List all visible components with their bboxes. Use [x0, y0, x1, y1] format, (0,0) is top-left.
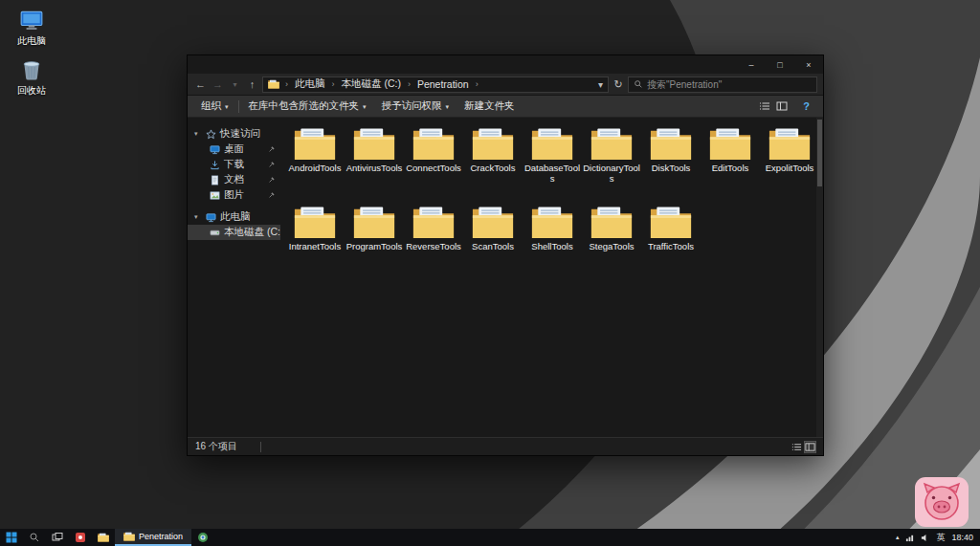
folder-item[interactable]: ScanTools	[463, 206, 523, 282]
folder-label: TrafficTools	[648, 241, 694, 251]
folder-item[interactable]: TrafficTools	[641, 206, 701, 282]
search-icon	[29, 532, 40, 543]
up-button[interactable]: ↑	[245, 76, 259, 93]
taskbar-task-penetration[interactable]: Penetration	[115, 529, 191, 546]
input-language-indicator[interactable]: 英	[936, 532, 945, 544]
sidebar-item-label: 本地磁盘 (C:)	[224, 226, 283, 239]
folder-icon	[590, 206, 633, 239]
folder-label: ReverseTools	[406, 241, 461, 251]
folder-item[interactable]: DatabaseTools	[523, 127, 582, 204]
sidebar-item-documents[interactable]: 文档	[188, 172, 280, 187]
folder-item[interactable]: AntivirusTools	[345, 127, 404, 204]
forward-button[interactable]: →	[211, 76, 225, 93]
breadcrumb-item-penetration[interactable]: Penetration	[416, 78, 470, 90]
folder-item[interactable]: IntranetTools	[285, 206, 345, 282]
folder-grid: AndroidTools AntivirusTools ConnectTools…	[280, 118, 823, 437]
folder-item[interactable]: CrackTools	[463, 127, 523, 204]
browser-button[interactable]	[191, 529, 214, 546]
breadcrumb-item-local-disk[interactable]: 本地磁盘 (C:)	[341, 77, 402, 91]
taskbar-clock[interactable]: 18:40	[951, 533, 973, 542]
give-access-button[interactable]: 授予访问权限 ▾	[374, 96, 457, 117]
chevron-down-icon: ▾	[363, 103, 367, 111]
folder-item[interactable]: ExpolitTools	[760, 127, 819, 204]
minimize-button[interactable]: –	[737, 55, 766, 74]
folder-item[interactable]: DictionaryTools	[582, 127, 641, 204]
organize-button[interactable]: 组织 ▾	[193, 96, 236, 117]
pin-icon	[268, 191, 276, 199]
folder-item[interactable]: StegaTools	[582, 206, 641, 282]
include-in-library-button[interactable]: 在库中包含所选的文件夹 ▾	[241, 96, 374, 117]
folder-icon	[709, 127, 751, 161]
sidebar-item-quick-access[interactable]: ▾ 快速访问	[188, 126, 280, 142]
sidebar-item-downloads[interactable]: 下载	[188, 157, 280, 172]
sidebar-item-pictures[interactable]: 图片	[188, 187, 280, 203]
task-view-icon	[52, 532, 63, 543]
folder-item[interactable]: ConnectTools	[404, 127, 463, 204]
folder-item[interactable]: ReverseTools	[404, 206, 463, 282]
navigation-bar: ← → ▾ ↑ › 此电脑 › 本地磁盘 (C:) › Penetration …	[188, 74, 823, 96]
refresh-button[interactable]: ↻	[612, 78, 625, 91]
breadcrumb-separator: ›	[283, 79, 290, 89]
sidebar: ▾ 快速访问 桌面 下载 文档 图片	[188, 118, 280, 437]
folder-icon	[472, 127, 514, 161]
search-input[interactable]	[647, 79, 812, 90]
folder-icon	[353, 127, 395, 161]
breadcrumb-item-this-pc[interactable]: 此电脑	[294, 77, 326, 91]
sidebar-item-this-pc[interactable]: ▾ 此电脑	[188, 209, 280, 225]
scrollbar[interactable]	[816, 118, 823, 437]
folder-item[interactable]: ProgramTools	[345, 206, 404, 282]
network-icon[interactable]	[905, 534, 914, 542]
folder-label: ConnectTools	[406, 163, 461, 173]
folder-label: DatabaseTools	[523, 163, 582, 184]
sidebar-item-label: 文档	[224, 173, 244, 186]
folder-item[interactable]: DiskTools	[641, 127, 701, 204]
sidebar-item-desktop[interactable]: 桌面	[188, 142, 280, 157]
folder-item[interactable]: EditTools	[701, 127, 760, 204]
address-bar[interactable]: › 此电脑 › 本地磁盘 (C:) › Penetration › ▾	[262, 76, 609, 93]
tray-expand-icon[interactable]: ▴	[896, 534, 900, 541]
task-view-button[interactable]	[46, 529, 69, 546]
disk-icon	[210, 228, 220, 238]
sidebar-item-label: 图片	[224, 188, 244, 202]
folder-label: ScanTools	[472, 241, 514, 251]
chevron-down-icon: ▾	[194, 130, 202, 138]
address-dropdown-icon[interactable]: ▾	[598, 79, 603, 90]
large-icons-view-icon[interactable]	[776, 100, 788, 112]
folder-item[interactable]: ShellTools	[523, 206, 582, 282]
folder-item[interactable]: AndroidTools	[285, 127, 345, 204]
folder-label: CrackTools	[471, 163, 516, 173]
desktop-icon-this-pc[interactable]: 此电脑	[6, 8, 57, 48]
back-button[interactable]: ←	[193, 76, 208, 93]
help-button[interactable]: ?	[795, 100, 817, 112]
taskbar-search-button[interactable]	[23, 529, 46, 546]
folder-label: IntranetTools	[289, 241, 341, 251]
folder-icon	[412, 127, 455, 161]
desktop-icon-label: 此电脑	[17, 34, 46, 48]
items-count: 16 个项目	[195, 440, 237, 453]
document-icon	[210, 175, 220, 186]
chevron-down-icon: ▾	[225, 103, 229, 111]
maximize-button[interactable]: □	[766, 55, 794, 74]
large-icons-view-toggle-icon[interactable]	[805, 442, 815, 452]
sidebar-item-label: 桌面	[224, 142, 244, 156]
scrollbar-thumb[interactable]	[817, 120, 822, 186]
breadcrumb-separator: ›	[474, 79, 480, 89]
desktop-icon-recycle-bin[interactable]: 回收站	[6, 57, 57, 98]
new-folder-label: 新建文件夹	[464, 99, 515, 113]
sidebar-item-local-disk-c[interactable]: 本地磁盘 (C:)	[188, 225, 280, 240]
start-button[interactable]	[0, 529, 23, 546]
browser-icon	[197, 532, 209, 543]
new-folder-button[interactable]: 新建文件夹	[457, 96, 523, 117]
details-view-toggle-icon[interactable]	[791, 442, 802, 452]
details-view-icon[interactable]	[759, 100, 770, 112]
recent-locations-button[interactable]: ▾	[228, 76, 242, 93]
this-pc-icon	[19, 8, 44, 33]
pinned-app-button[interactable]	[69, 529, 92, 546]
search-box	[628, 76, 817, 93]
folder-icon	[294, 127, 336, 161]
volume-icon[interactable]	[921, 534, 929, 542]
close-button[interactable]: ×	[794, 55, 823, 74]
chevron-down-icon: ▾	[194, 213, 202, 221]
organize-label: 组织	[201, 99, 221, 113]
file-explorer-button[interactable]	[92, 529, 115, 546]
